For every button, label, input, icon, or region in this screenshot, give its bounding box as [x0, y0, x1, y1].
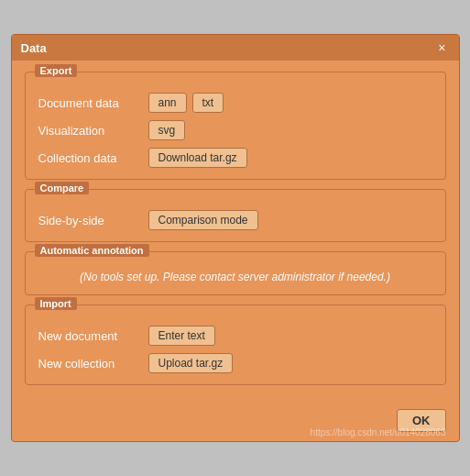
svg-button[interactable]: svg	[148, 120, 186, 140]
txt-button[interactable]: txt	[192, 93, 224, 113]
new-collection-label: New collection	[38, 357, 148, 371]
upload-button[interactable]: Upload tar.gz	[148, 353, 234, 373]
new-document-label: New document	[38, 329, 148, 343]
visualization-controls: svg	[148, 120, 186, 140]
document-data-label: Document data	[38, 96, 148, 110]
import-section: Import New document Enter text New colle…	[25, 304, 446, 385]
collection-data-controls: Download tar.gz	[148, 148, 247, 168]
dialog-header: Data ×	[12, 35, 459, 61]
close-button[interactable]: ×	[434, 40, 449, 55]
dialog-footer: OK https://blog.csdn.net/u014028063	[12, 404, 459, 441]
automatic-annotation-legend: Automatic annotation	[35, 244, 149, 257]
side-by-side-row: Side-by-side Comparison mode	[38, 210, 432, 230]
dialog-title: Data	[21, 41, 47, 55]
document-data-controls: ann txt	[148, 93, 224, 113]
enter-text-button[interactable]: Enter text	[148, 326, 215, 346]
document-data-row: Document data ann txt	[38, 93, 432, 113]
watermark: https://blog.csdn.net/u014028063	[311, 427, 446, 437]
dialog-body: Export Document data ann txt Visualizati…	[12, 61, 459, 404]
new-collection-controls: Upload tar.gz	[148, 353, 234, 373]
compare-section: Compare Side-by-side Comparison mode	[25, 189, 446, 242]
visualization-row: Visualization svg	[38, 120, 432, 140]
export-section: Export Document data ann txt Visualizati…	[25, 72, 446, 180]
new-document-row: New document Enter text	[38, 326, 432, 346]
automatic-annotation-section: Automatic annotation (No tools set up. P…	[25, 251, 446, 295]
new-document-controls: Enter text	[148, 326, 215, 346]
side-by-side-label: Side-by-side	[38, 214, 148, 227]
collection-data-label: Collection data	[38, 151, 148, 165]
comparison-controls: Comparison mode	[148, 210, 258, 230]
compare-legend: Compare	[35, 182, 90, 194]
no-tools-message: (No tools set up. Please contact server …	[38, 271, 432, 283]
import-legend: Import	[35, 297, 77, 310]
ann-button[interactable]: ann	[148, 93, 187, 113]
export-legend: Export	[35, 64, 78, 77]
data-dialog: Data × Export Document data ann txt Visu…	[11, 34, 460, 442]
comparison-mode-button[interactable]: Comparison mode	[148, 210, 258, 230]
new-collection-row: New collection Upload tar.gz	[38, 353, 432, 373]
download-button[interactable]: Download tar.gz	[148, 148, 247, 168]
visualization-label: Visualization	[38, 124, 148, 138]
collection-data-row: Collection data Download tar.gz	[38, 148, 432, 168]
